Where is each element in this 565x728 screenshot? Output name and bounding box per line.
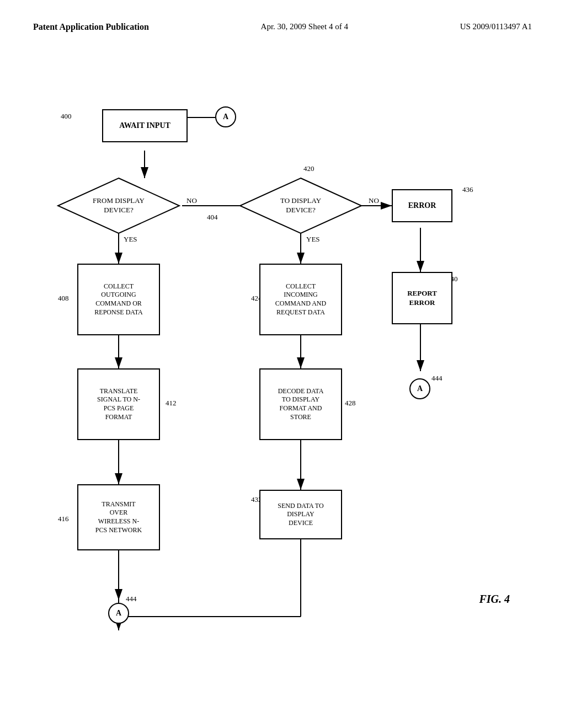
label-444-mid: 444 — [431, 374, 443, 383]
from-display-label: FROM DISPLAYDEVICE? — [93, 196, 145, 215]
header-center: Apr. 30, 2009 Sheet 4 of 4 — [261, 22, 348, 31]
label-428: 428 — [345, 399, 356, 408]
label-yes2: YES — [306, 235, 320, 244]
circle-a-mid-right: A — [409, 378, 430, 399]
from-display-diamond: FROM DISPLAYDEVICE? — [55, 175, 182, 236]
label-416: 416 — [58, 515, 69, 523]
translate-signal-box: TRANSLATE SIGNAL TO N- PCS PAGE FORMAT — [77, 368, 160, 440]
circle-a-top: A — [215, 106, 236, 127]
fig-label: FIG. 4 — [479, 593, 510, 606]
collect-outgoing-box: COLLECT OUTGOING COMMAND OR REPONSE DATA — [77, 264, 160, 335]
error-box: ERROR — [392, 189, 452, 222]
header-right: US 2009/0113497 A1 — [460, 22, 532, 31]
circle-a-bottom: A — [108, 603, 129, 624]
transmit-box: TRANSMIT OVER WIRELESS N- PCS NETWORK — [77, 484, 160, 550]
label-yes1: YES — [124, 235, 137, 244]
label-no2: NO — [369, 196, 379, 205]
collect-incoming-box: COLLECT INCOMING COMMAND AND REQUEST DAT… — [259, 264, 342, 335]
send-data-box: SEND DATA TO DISPLAY DEVICE — [259, 490, 342, 539]
label-400: 400 — [61, 112, 72, 121]
label-436: 436 — [462, 185, 473, 194]
page: Patent Application Publication Apr. 30, … — [0, 0, 565, 728]
to-display-label: TO DISPLAYDEVICE? — [280, 196, 321, 215]
decode-data-box: DECODE DATA TO DISPLAY FORMAT AND STORE — [259, 368, 342, 440]
label-412: 412 — [166, 399, 177, 408]
label-420: 420 — [303, 164, 315, 173]
label-no1: NO — [186, 196, 197, 205]
to-display-diamond: TO DISPLAYDEVICE? — [237, 175, 364, 236]
await-input-box: AWAIT INPUT — [102, 109, 188, 142]
label-444-bot: 444 — [126, 595, 137, 603]
report-error-box: REPORT ERROR — [392, 272, 452, 324]
label-408: 408 — [58, 294, 69, 303]
header: Patent Application Publication Apr. 30, … — [0, 0, 565, 38]
diagram-area: 400 AWAIT INPUT A FROM DISPLAYDEVICE? NO… — [0, 43, 565, 694]
header-left: Patent Application Publication — [33, 22, 149, 32]
label-404: 404 — [207, 213, 218, 222]
